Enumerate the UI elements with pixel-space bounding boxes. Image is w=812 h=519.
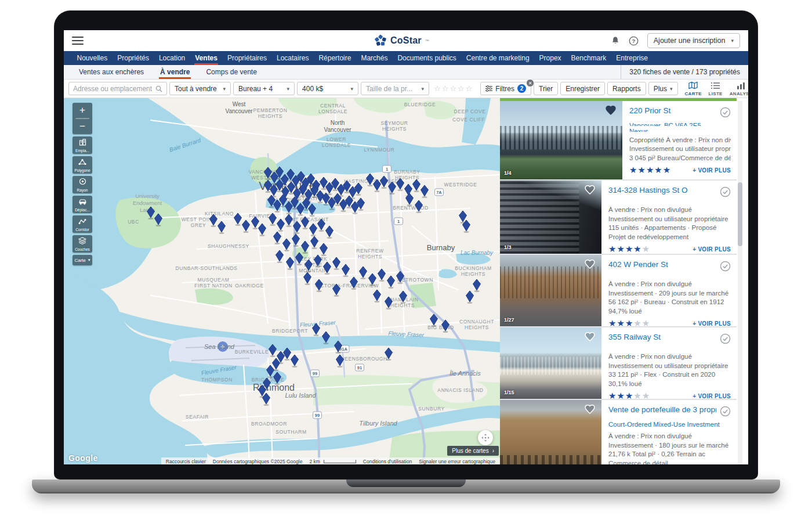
voir-plus-link[interactable]: + VOIR PLUS	[693, 167, 731, 174]
listing-photo[interactable]: 1/15	[500, 327, 601, 399]
map-tool-corridor[interactable]: Corridor	[72, 215, 92, 233]
subnav-item-comps-de-vente[interactable]: Comps de vente	[198, 65, 264, 79]
view-toggle-carte[interactable]: CARTE	[685, 81, 702, 96]
map-tool-empla[interactable]: Empla...	[72, 136, 92, 154]
filters-button[interactable]: Filtres 2 ✕	[480, 82, 531, 95]
view-toggle-liste[interactable]: LISTE	[709, 82, 723, 96]
listing-title[interactable]: 220 Prior St	[629, 106, 716, 115]
favorite-heart-icon[interactable]	[584, 403, 597, 416]
voir-plus-link[interactable]: + VOIR PLUS	[693, 320, 731, 327]
notifications-bell-icon[interactable]	[610, 35, 621, 46]
save-button[interactable]: Enregistrer	[560, 82, 605, 95]
scrollbar-thumb[interactable]	[738, 182, 742, 246]
size-filter-input[interactable]: Taille de la pr... ▾	[361, 82, 429, 95]
zoom-in-button[interactable]: +	[72, 103, 92, 118]
star-rating: ★★★★★	[629, 165, 671, 175]
sort-button[interactable]: Trier	[534, 82, 558, 95]
listing-title[interactable]: 314-328 Hastings St O	[608, 186, 716, 194]
favorite-heart-icon[interactable]	[584, 331, 597, 344]
rating-filter-stars[interactable]: ☆☆☆☆☆	[434, 84, 473, 93]
reports-button[interactable]: Rapports	[607, 82, 646, 95]
map-label: SUNBURY	[418, 406, 445, 412]
listing-title[interactable]: Vente de portefeuille de 3 propriétés	[608, 405, 716, 414]
select-checkbox-icon[interactable]	[720, 261, 731, 274]
attribution-link-conditions-d-utilisation[interactable]: Conditions d'utilisation	[363, 459, 412, 464]
basemap-selector-button[interactable]: Carte ▾	[72, 255, 92, 265]
radius-icon	[79, 177, 86, 188]
nav-item-nouvelles[interactable]: Nouvelles	[72, 51, 113, 65]
listing-photo[interactable]: 1/3	[500, 181, 601, 254]
zoom-out-button[interactable]: −	[72, 119, 92, 134]
voir-plus-link[interactable]: + VOIR PLUS	[693, 393, 731, 399]
nav-item-marches[interactable]: Marchés	[356, 51, 393, 65]
nav-item-ventes[interactable]: Ventes	[190, 51, 223, 65]
select-checkbox-icon[interactable]	[720, 107, 731, 120]
map-label: COVE CLIFF	[452, 117, 485, 122]
attribution-link-donnees-cartographiques-2025-google[interactable]: Données cartographiques ©2025 Google	[213, 459, 303, 464]
page: CoStar ™ ? Ajouter une inscription ▾ Nou…	[0, 0, 812, 519]
hamburger-menu-icon[interactable]	[72, 37, 84, 45]
map-surface[interactable]: ✈ 117A999191A99 WestVancouverPEMBERTONHE…	[64, 98, 500, 464]
nav-item-centre-de-marketing[interactable]: Centre de marketing	[461, 51, 534, 65]
view-toggle-analyse[interactable]: ANALYSE	[730, 82, 748, 96]
svg-text:7A: 7A	[436, 190, 442, 195]
nav-item-benchmark[interactable]: Benchmark	[566, 51, 611, 65]
map-label: RENFREW	[356, 248, 383, 254]
listing-details: 314-328 Hastings St OVancouver, BC V6B 1…	[601, 181, 737, 254]
listing-photo[interactable]: 1/27	[500, 255, 601, 326]
panel-scrollbar[interactable]	[738, 101, 742, 464]
map-tool-deplac[interactable]: Déplac...	[72, 196, 92, 213]
listing-name[interactable]: Nexus	[629, 128, 731, 132]
listing-address[interactable]: Court-Ordered Mixed-Use Investment	[608, 421, 731, 428]
listing-address[interactable]: Vancouver, BC V6A 2E5	[629, 122, 731, 126]
attribution-link-raccourcis-clavier[interactable]: Raccourcis clavier	[166, 459, 206, 464]
add-listing-button[interactable]: Ajouter une inscription ▾	[647, 33, 740, 48]
filter-dropdown-tout-a-vendre[interactable]: Tout à vendre▾	[169, 82, 231, 95]
help-icon[interactable]: ?	[629, 35, 639, 46]
nav-item-documents-publics[interactable]: Documents publics	[393, 51, 461, 65]
listing-detail-line: À vendre : Prix non divulgué	[608, 280, 731, 289]
more-button[interactable]: Plus▾	[648, 82, 678, 95]
nav-item-proprietaires[interactable]: Propriétaires	[222, 51, 271, 65]
nav-item-locataires[interactable]: Locataires	[272, 51, 314, 65]
listing-title[interactable]: 402 W Pender St	[608, 260, 716, 269]
map-tool-couches[interactable]: Couches	[72, 235, 92, 253]
listing-detail-line: À vendre : Prix non divulgué	[608, 352, 731, 362]
listing-title[interactable]: 355 Railway St	[608, 333, 716, 341]
listing-detail-line: Investissement · 209 jours sur le marché	[608, 289, 731, 298]
chevron-down-icon: ▾	[223, 86, 226, 92]
nav-item-propex[interactable]: Propex	[534, 51, 566, 65]
photo-counter: 1/3	[504, 244, 512, 250]
select-checkbox-icon[interactable]	[720, 406, 731, 419]
map-tool-rayon[interactable]: Rayon	[72, 176, 92, 193]
basemap-label: Carte	[74, 258, 86, 263]
filter-dropdown-bureau-4[interactable]: Bureau + 4▾	[233, 82, 295, 95]
listing-photo[interactable]	[500, 400, 601, 464]
nav-item-repertoire[interactable]: Répertoire	[314, 51, 356, 65]
select-checkbox-icon[interactable]	[720, 333, 731, 347]
filter-dropdown-400-k[interactable]: 400 k$▾	[297, 82, 358, 95]
pan-control-button[interactable]	[478, 430, 493, 445]
map-tool-polygone[interactable]: Polygone	[72, 156, 92, 174]
favorite-heart-icon[interactable]	[605, 104, 618, 117]
nav-item-location[interactable]: Location	[154, 51, 190, 65]
favorite-heart-icon[interactable]	[584, 258, 597, 271]
subnav-item-ventes-aux-encheres[interactable]: Ventes aux enchères	[71, 65, 152, 79]
listing-card: 1/15355 Railway StVancouver, BC V6A 1A4À…	[500, 327, 737, 399]
attribution-link-2-km[interactable]: 2 km	[309, 459, 320, 464]
clear-filters-icon[interactable]: ✕	[526, 79, 534, 87]
map-container: ✈ 117A999191A99 WestVancouverPEMBERTONHE…	[64, 98, 500, 464]
more-maps-button[interactable]: Plus de cartes ›	[447, 446, 499, 456]
listing-photo[interactable]: 1/4	[500, 101, 622, 179]
attribution-link-signaler-une-erreur-cartographique[interactable]: Signaler une erreur cartographique	[419, 459, 495, 464]
nav-item-proprietes[interactable]: Propriétés	[113, 51, 154, 65]
search-input[interactable]: Adresse ou emplacement	[68, 82, 167, 95]
voir-plus-link[interactable]: + VOIR PLUS	[693, 246, 731, 253]
select-checkbox-icon[interactable]	[720, 186, 731, 200]
corridor-icon	[78, 217, 86, 227]
sliders-icon	[485, 85, 492, 92]
subnav-item-a-vendre[interactable]: À vendre	[152, 65, 198, 79]
nav-item-entreprise[interactable]: Entreprise	[611, 51, 653, 65]
favorite-heart-icon[interactable]	[584, 184, 597, 197]
liste-icon	[711, 82, 720, 91]
